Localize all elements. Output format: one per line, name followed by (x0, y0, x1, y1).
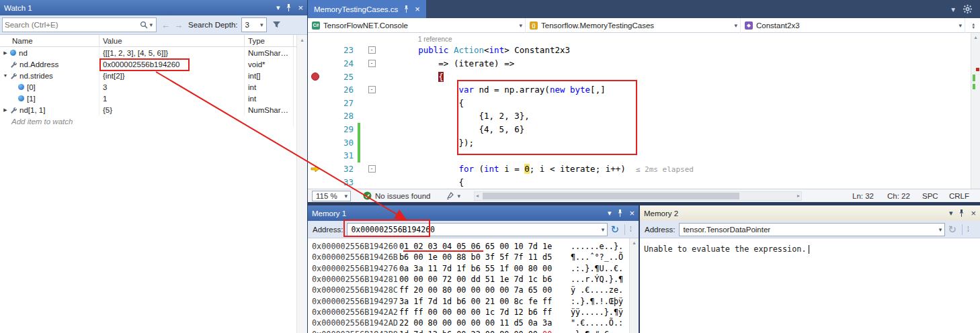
zoom-combo[interactable]: 115 % ▾ (312, 191, 351, 201)
watch-titlebar[interactable]: Watch 1 ▾ × (0, 0, 307, 15)
code-line[interactable]: 27 { (308, 97, 980, 110)
code-editor[interactable]: 1 reference 23- public Action<int> Const… (308, 33, 980, 189)
watch-row[interactable]: ▶nd[1, 1]{5}NumShar… (0, 104, 307, 115)
code-line[interactable]: 33 { (308, 175, 980, 189)
search-input[interactable] (5, 21, 140, 29)
add-item-to-watch[interactable]: Add item to watch (0, 115, 294, 127)
scroll-up-icon[interactable]: ▴ (971, 33, 980, 40)
code-line[interactable]: 26- var nd = np.array(new byte[,] (308, 83, 980, 97)
search-prev-icon[interactable]: ← (161, 20, 170, 30)
expand-icon[interactable]: ▶ (2, 107, 9, 113)
code-line[interactable]: 32- for (int i = 0; i < iterate; i++) ≤ … (308, 162, 980, 176)
watch-value[interactable]: {int[2]} (99, 70, 245, 81)
member-dropdown[interactable]: ◆ Constant2x3 ▾ (741, 18, 965, 33)
close-icon[interactable]: × (415, 4, 420, 14)
type-dropdown[interactable]: {} Tensorflow.MemoryTestingCases ▾ (526, 18, 741, 33)
horizontal-scrollbar[interactable]: ◂ ▸ (474, 191, 802, 201)
watch-value[interactable]: 3 (99, 81, 245, 93)
document-tab[interactable]: MemoryTestingCases.cs × (308, 0, 426, 18)
split-window-icon[interactable]: ▴▾ (967, 22, 980, 29)
memory-row[interactable]: 0x000002556B1942760a 3a 11 7d 1f b6 55 1… (308, 263, 639, 274)
tab-list-chevron-icon[interactable]: ▾ (951, 5, 955, 14)
codelens-references[interactable]: 1 reference (308, 36, 452, 44)
search-options-chevron-icon[interactable]: ▾ (148, 21, 154, 28)
column-header-value[interactable]: Value (99, 35, 245, 46)
window-position-icon[interactable]: ▾ (608, 209, 612, 217)
watch-name-cell[interactable]: ▶nd (0, 47, 99, 58)
code-line[interactable]: 31 (308, 149, 980, 162)
window-position-icon[interactable]: ▾ (949, 209, 953, 217)
search-icon[interactable] (140, 21, 148, 29)
code-line[interactable]: 25 { (308, 70, 980, 83)
watch-row[interactable]: ▶nd{[[1, 2, 3], [4, 5, 6]]}NumShar… (0, 47, 307, 58)
scroll-left-icon[interactable]: ◂ (475, 193, 480, 199)
watch-row[interactable]: [0]3int (0, 81, 307, 93)
collapse-region-icon[interactable]: - (368, 86, 376, 93)
watch-add-row[interactable]: Add item to watch (0, 115, 307, 127)
scrollbar-thumb[interactable] (483, 193, 739, 199)
expand-icon[interactable]: ▶ (2, 50, 9, 56)
scroll-up-icon[interactable]: ▴ (300, 37, 303, 43)
search-depth-combo[interactable]: 3 ▾ (241, 17, 267, 32)
close-icon[interactable]: × (629, 209, 635, 218)
memory-row[interactable]: 0x000002556B1942973a 1f 7d 1d b6 00 21 0… (308, 295, 639, 306)
memory-row[interactable]: 0x000002556B1942A2ff ff 00 00 00 00 1c 7… (308, 307, 639, 318)
breakpoint-icon[interactable] (308, 73, 323, 81)
memory-row[interactable]: 0x000002556B19428Cff 20 00 80 00 00 00 0… (308, 285, 639, 295)
project-dropdown[interactable]: C# TensorFlowNET.Console ▾ (308, 18, 526, 33)
search-next-icon[interactable]: → (174, 20, 183, 30)
memory-row[interactable]: 0x000002556B19428100 00 00 72 00 dd 51 1… (308, 274, 639, 285)
watch-row[interactable]: nd.Address0x000002556b194260void* (0, 58, 307, 70)
collapse-region-icon[interactable]: - (368, 165, 376, 173)
address-combo[interactable]: tensor.TensorDataPointer ▾ (679, 223, 945, 236)
memory-row[interactable]: 0x000002556B1942AD22 00 80 00 00 00 00 1… (308, 318, 639, 328)
watch-name-cell[interactable]: [1] (0, 93, 99, 104)
pin-icon[interactable] (617, 209, 623, 217)
memory-row[interactable]: 0x000002556B1942B81d 7d 13 b6 00 23 00 8… (308, 328, 639, 333)
collapse-region-icon[interactable]: - (368, 46, 376, 54)
watch-value[interactable]: {5} (99, 104, 245, 115)
code-line[interactable]: 30 }); (308, 136, 980, 149)
toolbar-options-icon[interactable]: ⁞ (965, 226, 971, 233)
filter-icon[interactable] (272, 21, 281, 29)
pin-icon[interactable] (403, 5, 409, 13)
address-input[interactable] (351, 225, 600, 234)
watch-row[interactable]: [1]1int (0, 93, 307, 104)
close-icon[interactable]: × (971, 209, 976, 218)
code-cleanup-button[interactable]: ▾ (446, 192, 460, 200)
refresh-icon[interactable]: ↻ (945, 224, 959, 234)
scroll-up-icon[interactable]: ▴ (632, 240, 635, 246)
watch-name-cell[interactable]: ▼nd.strides (0, 70, 99, 81)
code-line[interactable]: 24- => (iterate) => (308, 57, 980, 70)
pin-icon[interactable] (958, 209, 965, 217)
memory-row[interactable]: 0x000002556B19426001 02 03 04 05 06 65 0… (308, 241, 639, 252)
window-position-icon[interactable]: ▾ (276, 4, 280, 11)
watch-column-headers[interactable]: Name Value Type (0, 35, 307, 47)
code-line[interactable]: 29 {4, 5, 6} (308, 123, 980, 136)
close-icon[interactable]: × (298, 3, 303, 12)
refresh-icon[interactable]: ↻ (608, 224, 622, 234)
column-header-name[interactable]: Name (0, 35, 99, 46)
pin-icon[interactable] (286, 4, 292, 11)
memory2-titlebar[interactable]: Memory 2 ▾ × (640, 205, 980, 221)
watch-value[interactable]: {[[1, 2, 3], [4, 5, 6]]} (99, 47, 245, 58)
code-line[interactable]: 28 {1, 2, 3}, (308, 109, 980, 123)
issues-indicator[interactable]: No issues found (363, 191, 430, 200)
watch-name-cell[interactable]: ▶nd[1, 1] (0, 104, 99, 115)
memory1-titlebar[interactable]: Memory 1 ▾ × (308, 205, 639, 221)
editor-scrollbar[interactable]: ▴ (971, 33, 980, 189)
scroll-right-icon[interactable]: ▸ (796, 193, 801, 199)
watch-scrollbar[interactable]: ▴ (296, 35, 307, 333)
memory1-scrollbar[interactable]: ▴ (629, 238, 639, 333)
memory1-content[interactable]: 0x000002556B19426001 02 03 04 05 06 65 0… (308, 238, 639, 333)
watch-name-cell[interactable]: [0] (0, 81, 99, 93)
watch-row[interactable]: ▼nd.strides{int[2]}int[] (0, 70, 307, 81)
toolbar-options-icon[interactable]: ⁞ (628, 226, 634, 233)
address-combo[interactable]: ▾ (347, 223, 608, 236)
column-header-type[interactable]: Type (245, 35, 294, 46)
code-line[interactable]: 23- public Action<int> Constant2x3 (308, 44, 980, 57)
search-input-wrap[interactable]: ▾ (2, 17, 157, 32)
current-statement-arrow-icon[interactable] (308, 165, 323, 173)
watch-value[interactable]: 1 (99, 93, 245, 104)
gear-icon[interactable] (963, 5, 972, 13)
